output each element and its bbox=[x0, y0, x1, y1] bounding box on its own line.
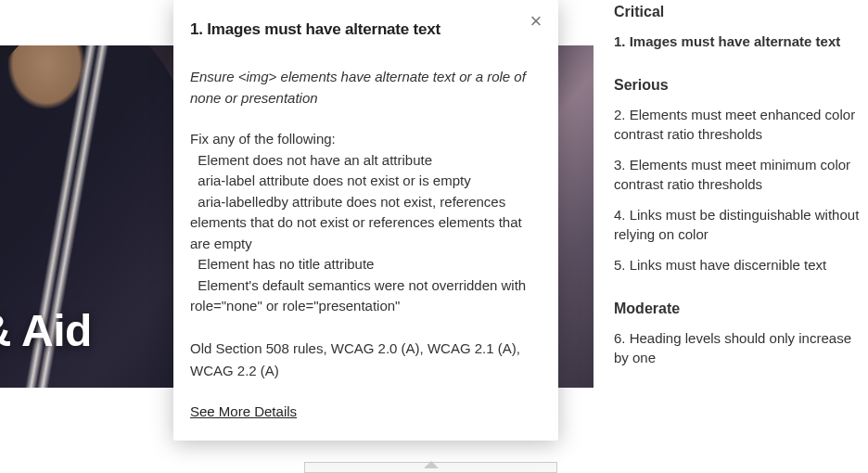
see-more-details-link[interactable]: See More Details bbox=[190, 403, 297, 419]
sidebar-item-6[interactable]: 6. Heading levels should only increase b… bbox=[614, 328, 861, 367]
sidebar-item-2[interactable]: 2. Elements must meet enhanced color con… bbox=[614, 105, 861, 144]
sidebar-item-5[interactable]: 5. Links must have discernible text bbox=[614, 255, 861, 275]
sidebar-item-1[interactable]: 1. Images must have alternate text bbox=[614, 32, 861, 51]
popup-rules: Old Section 508 rules, WCAG 2.0 (A), WCA… bbox=[190, 338, 542, 384]
sidebar-category-label: Serious bbox=[614, 77, 861, 94]
sidebar-category-label: Critical bbox=[614, 4, 861, 20]
sidebar-section-serious: Serious 2. Elements must meet enhanced c… bbox=[614, 77, 861, 275]
issues-sidebar: Critical 1. Images must have alternate t… bbox=[612, 0, 868, 473]
popup-body: Fix any of the following: Element does n… bbox=[190, 129, 542, 317]
close-icon[interactable]: × bbox=[527, 13, 545, 32]
sidebar-item-4[interactable]: 4. Links must be distinguishable without… bbox=[614, 205, 861, 244]
popup-title: 1. Images must have alternate text bbox=[190, 20, 542, 39]
sidebar-section-moderate: Moderate 6. Heading levels should only i… bbox=[614, 300, 861, 367]
popup-intro: Ensure <img> elements have alternate tex… bbox=[190, 67, 542, 109]
sidebar-item-3[interactable]: 3. Elements must meet minimum color cont… bbox=[614, 155, 861, 194]
hero-title: ns & Aid bbox=[0, 305, 92, 356]
sidebar-category-label: Moderate bbox=[614, 300, 861, 317]
issue-detail-popup: × 1. Images must have alternate text Ens… bbox=[173, 0, 558, 441]
sidebar-section-critical: Critical 1. Images must have alternate t… bbox=[614, 4, 861, 51]
tooltip-pointer-box bbox=[304, 462, 557, 473]
